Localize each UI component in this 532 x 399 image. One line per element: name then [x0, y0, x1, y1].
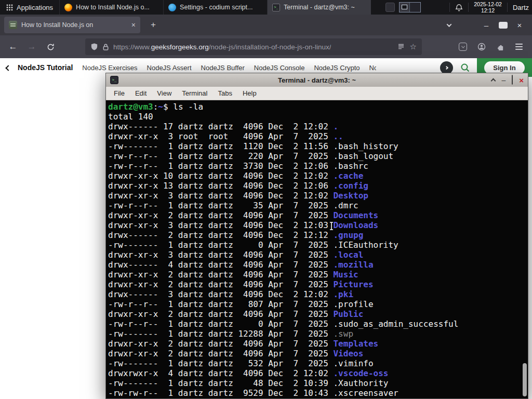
- terminal-output-line: drwx------ 2 dartz dartz 4096 Dec 2 12:1…: [108, 230, 527, 240]
- account-icon: [477, 43, 486, 51]
- browser-tab-active[interactable]: How to Install Node.js on ×: [4, 17, 140, 33]
- tray-icon[interactable]: [385, 3, 395, 12]
- window-maximize-button[interactable]: [512, 75, 513, 85]
- window-close-button[interactable]: ×: [519, 76, 524, 84]
- tab-close-icon[interactable]: ×: [131, 21, 136, 29]
- notification-bell-icon[interactable]: [455, 4, 463, 11]
- gfg-nav-item[interactable]: NodeJS Console: [254, 64, 305, 72]
- terminal-output-line: -rw------- 1 dartz dartz 12288 Apr 7 202…: [108, 329, 527, 339]
- terminal-menu-view[interactable]: View: [152, 88, 176, 99]
- gfg-nav-item[interactable]: NodeJS Assert: [147, 64, 192, 72]
- maximize-icon: [499, 22, 508, 29]
- nav-scroll-right-button[interactable]: [440, 61, 453, 74]
- terminal-output-line: -rw------- 1 dartz dartz 0 Apr 7 2025 .I…: [108, 240, 527, 250]
- window-minimize-button[interactable]: –: [478, 17, 495, 33]
- firefox-icon: [64, 4, 72, 11]
- terminal-output-line: -rw-r--r-- 1 dartz dartz 220 Apr 7 2025 …: [108, 151, 527, 161]
- taskbar-button-terminal[interactable]: >_ Terminal - dartz@vm3: ~: [267, 0, 371, 15]
- search-button[interactable]: [460, 63, 470, 72]
- nav-scroll-left-button[interactable]: [6, 63, 10, 72]
- panel-separator: [449, 3, 450, 12]
- window-shade-button[interactable]: [491, 75, 495, 85]
- terminal-window: >_ Terminal - dartz@vm3: ~ – × FileEditV…: [105, 73, 528, 399]
- terminal-window-title: Terminal - dartz@vm3: ~: [106, 76, 528, 84]
- desktop-panel: Applications How to Install Node.js o...…: [0, 0, 532, 15]
- taskbar-button-codium[interactable]: Settings - codium script...: [163, 0, 267, 15]
- terminal-output-line: drwxr-xr-x 10 dartz dartz 4096 Dec 2 12:…: [108, 171, 527, 181]
- browser-toolbar: ← → https://www.geeksforgeeks.org/node-j…: [0, 35, 532, 58]
- gfg-nav-items: NodeJS TutorialNodeJS ExercisesNodeJS As…: [18, 63, 376, 72]
- lock-icon[interactable]: [102, 43, 109, 51]
- reader-view-icon[interactable]: [397, 43, 405, 50]
- taskbar-button-firefox[interactable]: How to Install Node.js o...: [59, 0, 163, 15]
- workspace-2[interactable]: [410, 3, 420, 12]
- terminal-title-bar[interactable]: >_ Terminal - dartz@vm3: ~ – ×: [106, 73, 528, 87]
- workspace-1[interactable]: [400, 3, 410, 12]
- new-tab-button[interactable]: +: [147, 18, 160, 32]
- terminal-output-line: total 140: [108, 112, 527, 122]
- panel-separator: [468, 3, 469, 12]
- terminal-output-line: drwx------ 17 dartz dartz 4096 Dec 2 12:…: [108, 122, 527, 131]
- terminal-output-line: -rw-rw-r-- 1 dartz dartz 9529 Dec 2 10:4…: [108, 388, 527, 398]
- browser-tab-bar: How to Install Node.js on × + – ×: [0, 15, 532, 35]
- menu-button[interactable]: [511, 39, 527, 55]
- panel-user-menu[interactable]: Dartz: [513, 4, 530, 11]
- maximize-icon: [512, 75, 513, 85]
- terminal-screen[interactable]: dartz@vm3:~$ ls -latotal 140drwx------ 1…: [106, 100, 528, 398]
- terminal-output-line: drwxr-xr-x 3 dartz dartz 4096 Apr 7 2025…: [108, 250, 527, 260]
- search-icon: [460, 63, 470, 72]
- chevron-up-icon: [491, 78, 496, 84]
- taskbar-button-label: Terminal - dartz@vm3: ~: [284, 4, 355, 11]
- panel-clock[interactable]: 2025-12-02 12:12: [474, 1, 502, 14]
- terminal-output-line: drwxrwxr-x 4 dartz dartz 4096 Dec 2 12:0…: [108, 368, 527, 378]
- terminal-output-line: dartz@vm3:~$ ls -la: [108, 102, 527, 112]
- gfg-nav-item[interactable]: NodeJS Buffer: [201, 64, 245, 72]
- terminal-scrollbar-thumb[interactable]: [523, 363, 527, 396]
- hamburger-menu-icon: [515, 44, 523, 50]
- terminal-menu-file[interactable]: File: [109, 88, 129, 99]
- terminal-output-line: drwxr-xr-x 2 dartz dartz 4096 Apr 7 2025…: [108, 339, 527, 349]
- terminal-output-line: drwx------ 3 dartz dartz 4096 Dec 2 12:0…: [108, 289, 527, 299]
- terminal-output-line: -rw------- 1 dartz dartz 532 Apr 7 2025 …: [108, 358, 527, 368]
- terminal-menu-help[interactable]: Help: [238, 88, 261, 99]
- pocket-button[interactable]: [455, 39, 471, 55]
- tracking-protection-shield-icon[interactable]: [90, 43, 98, 51]
- window-minimize-button[interactable]: –: [501, 76, 506, 84]
- forward-button[interactable]: →: [24, 39, 39, 55]
- terminal-menu-edit[interactable]: Edit: [130, 88, 151, 99]
- applications-label: Applications: [17, 4, 53, 11]
- tab-favicon: [9, 21, 17, 29]
- gfg-nav-item[interactable]: NodeJS Tutorial: [18, 63, 73, 72]
- clock-time: 12:12: [481, 7, 495, 14]
- chevron-right-icon: [445, 65, 448, 69]
- reload-button[interactable]: [43, 39, 58, 55]
- bookmark-star-icon[interactable]: ☆: [410, 42, 417, 51]
- account-button[interactable]: [474, 39, 489, 55]
- terminal-output-line: -rw------- 1 dartz dartz 1120 Dec 2 11:5…: [108, 141, 527, 151]
- terminal-menu-terminal[interactable]: Terminal: [177, 88, 212, 99]
- terminal-output-line: drwxr-xr-x 2 dartz dartz 4096 Apr 7 2025…: [108, 280, 527, 289]
- pocket-icon: [459, 43, 467, 51]
- terminal-output-line: drwxr-xr-x 3 dartz dartz 4096 Dec 2 12:0…: [108, 191, 527, 201]
- terminal-output-line: -rw-r--r-- 1 dartz dartz 807 Apr 7 2025 …: [108, 299, 527, 309]
- terminal-output-line: drwxr-xr-x 2 dartz dartz 4096 Apr 7 2025…: [108, 270, 527, 280]
- window-close-button[interactable]: ×: [511, 17, 528, 33]
- url-bar[interactable]: https://www.geeksforgeeks.org/node-js/in…: [85, 38, 422, 55]
- reload-icon: [47, 43, 55, 51]
- gfg-nav-item[interactable]: NodeJS DNS: [369, 64, 376, 72]
- chevron-down-icon: [446, 22, 451, 27]
- extensions-button[interactable]: [493, 39, 508, 55]
- list-all-tabs-button[interactable]: [441, 17, 457, 33]
- terminal-menu-tabs[interactable]: Tabs: [213, 88, 236, 99]
- url-text: https://www.geeksforgeeks.org/node-js/in…: [113, 43, 331, 51]
- terminal-output-line: -rw-r--r-- 1 dartz dartz 3730 Dec 2 12:0…: [108, 161, 527, 171]
- chevron-left-icon: [5, 65, 11, 71]
- gfg-nav-item[interactable]: NodeJS Exercises: [82, 64, 137, 72]
- back-button[interactable]: ←: [5, 39, 21, 55]
- workspace-switcher[interactable]: [399, 2, 421, 12]
- applications-menu-button[interactable]: Applications: [0, 0, 59, 15]
- window-maximize-button[interactable]: [495, 17, 511, 33]
- gfg-nav-item[interactable]: NodeJS Crypto: [314, 64, 360, 72]
- sign-in-button[interactable]: Sign In: [484, 61, 524, 74]
- panel-separator: [507, 3, 508, 12]
